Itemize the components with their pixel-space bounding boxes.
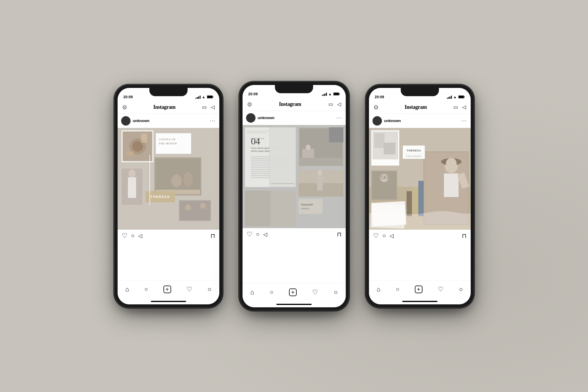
svg-rect-98 xyxy=(407,191,412,216)
phone-1-screen: 20:09 ▲ xyxy=(118,88,219,304)
scroll-area-3 xyxy=(369,242,471,260)
camera-icon-1[interactable]: ⊙ xyxy=(122,104,127,111)
svg-rect-71 xyxy=(464,96,465,98)
comment-icon-1[interactable]: ○ xyxy=(131,232,135,239)
share-icon-1[interactable]: ◁ xyxy=(138,233,142,239)
add-nav-icon-1[interactable]: + xyxy=(163,286,171,293)
svg-rect-28 xyxy=(149,155,150,205)
heart-nav-icon-3[interactable]: ♡ xyxy=(438,286,444,293)
username-2: unknown xyxy=(258,116,275,120)
svg-rect-34 xyxy=(247,131,269,131)
home-nav-icon-1[interactable]: ⌂ xyxy=(125,286,129,293)
post-image-2: 04 CHAPTER Fusce blandit egestas dolor, … xyxy=(243,125,346,228)
send-icon-2[interactable]: ◁ xyxy=(337,101,341,107)
post-menu-2[interactable]: ··· xyxy=(336,115,342,121)
share-icon-2[interactable]: ◁ xyxy=(263,231,267,238)
camera-icon-3[interactable]: ⊙ xyxy=(374,104,378,111)
post-actions-left-3: ♡ ○ ◁ xyxy=(373,232,394,240)
wifi-icon-3: ▲ xyxy=(453,95,457,99)
svg-rect-1 xyxy=(207,96,212,98)
comment-icon-3[interactable]: ○ xyxy=(382,232,386,239)
svg-rect-70 xyxy=(459,96,464,98)
svg-rect-102 xyxy=(370,204,405,228)
ig-header-icons-2: ▭ ◁ xyxy=(328,101,341,107)
notch-2 xyxy=(275,85,313,93)
like-icon-3[interactable]: ♡ xyxy=(373,232,379,240)
tv-icon-1[interactable]: ▭ xyxy=(202,104,207,110)
notch-1 xyxy=(149,88,188,96)
post-header-3: unknown ··· xyxy=(369,114,471,128)
like-icon-1[interactable]: ♡ xyxy=(122,232,128,240)
avatar-1 xyxy=(121,116,131,126)
ig-logo-2: Instagram xyxy=(279,101,301,107)
tv-icon-2[interactable]: ▭ xyxy=(328,101,333,107)
svg-rect-9 xyxy=(141,134,147,143)
profile-nav-icon-2[interactable]: ○ xyxy=(334,288,338,296)
heart-nav-icon-2[interactable]: ♡ xyxy=(312,288,318,296)
heart-nav-icon-1[interactable]: ♡ xyxy=(186,286,192,293)
svg-rect-96 xyxy=(418,181,424,216)
svg-text:STATIONERY: STATIONERY xyxy=(406,155,422,157)
home-nav-icon-2[interactable]: ⌂ xyxy=(250,288,254,296)
search-nav-icon-2[interactable]: ○ xyxy=(270,289,273,296)
svg-text:THERESA: THERESA xyxy=(406,149,421,152)
post-actions-left-1: ♡ ○ ◁ xyxy=(122,232,142,240)
bookmark-icon-2[interactable]: ⊓ xyxy=(337,231,342,238)
home-indicator-1 xyxy=(151,301,186,302)
like-icon-2[interactable]: ♡ xyxy=(247,231,253,238)
tv-icon-3[interactable]: ▭ xyxy=(453,104,458,110)
svg-point-56 xyxy=(306,144,310,150)
signal-icon-3 xyxy=(447,95,452,99)
phone-3-screen: 20:09 ▲ ⊙ xyxy=(369,88,471,304)
moodboard-1: COUPLE OF THE MONTH xyxy=(118,128,219,230)
svg-point-7 xyxy=(132,141,143,152)
username-1: unknown xyxy=(133,119,150,123)
phone-2: 20:09 ▲ ⊙ xyxy=(239,81,349,311)
camera-icon-2[interactable]: ⊙ xyxy=(247,101,252,108)
post-actions-3: ♡ ○ ◁ ⊓ xyxy=(369,230,471,242)
ig-header-icons-1: ▭ ◁ xyxy=(202,104,215,110)
bottom-nav-3: ⌂ ○ + ♡ ○ xyxy=(369,280,471,304)
phones-container: 20:09 ▲ xyxy=(114,81,474,311)
svg-rect-58 xyxy=(329,127,343,142)
svg-point-22 xyxy=(128,169,136,178)
svg-rect-57 xyxy=(299,158,342,165)
post-menu-3[interactable]: ··· xyxy=(461,118,467,124)
search-nav-icon-3[interactable]: ○ xyxy=(396,286,399,293)
status-icons-3: ▲ xyxy=(447,95,465,99)
post-menu-1[interactable]: ··· xyxy=(210,118,216,124)
notch-3 xyxy=(401,88,439,96)
svg-text:CHAPTER: CHAPTER xyxy=(251,137,265,140)
add-nav-icon-3[interactable]: + xyxy=(415,286,422,293)
share-icon-3[interactable]: ◁ xyxy=(390,233,394,239)
svg-text:Pantone®: Pantone® xyxy=(301,203,313,206)
svg-point-26 xyxy=(185,204,191,210)
home-nav-icon-3[interactable]: ⌂ xyxy=(377,286,380,293)
home-indicator-3 xyxy=(402,301,437,302)
moodboard-3: THERESA STATIONERY xyxy=(369,128,471,230)
search-nav-icon-1[interactable]: ○ xyxy=(144,286,148,293)
add-nav-icon-2[interactable]: + xyxy=(289,288,297,296)
bookmark-icon-3[interactable]: ⊓ xyxy=(462,232,467,239)
ig-header-icons-3: ▭ ◁ xyxy=(453,104,466,110)
send-icon-1[interactable]: ◁ xyxy=(211,104,215,110)
post-image-3: THERESA STATIONERY xyxy=(369,128,471,230)
profile-nav-icon-3[interactable]: ○ xyxy=(459,286,463,293)
post-actions-left-2: ♡ ○ ◁ xyxy=(247,231,267,238)
svg-rect-67 xyxy=(245,191,270,226)
wifi-icon-1: ▲ xyxy=(202,95,206,99)
svg-text:COUPLE OF: COUPLE OF xyxy=(159,138,176,141)
svg-rect-61 xyxy=(317,174,322,191)
send-icon-3[interactable]: ◁ xyxy=(462,104,466,110)
svg-rect-8 xyxy=(126,151,134,156)
svg-rect-63 xyxy=(298,199,322,214)
avatar-3 xyxy=(372,116,382,126)
comment-icon-2[interactable]: ○ xyxy=(256,231,260,238)
profile-nav-icon-1[interactable]: ○ xyxy=(208,286,211,293)
svg-rect-35 xyxy=(247,133,266,133)
battery-icon-1 xyxy=(207,95,213,99)
bookmark-icon-1[interactable]: ⊓ xyxy=(211,232,215,239)
post-header-2: unknown ··· xyxy=(243,111,346,125)
username-3: unknown xyxy=(384,119,401,123)
svg-rect-25 xyxy=(180,201,210,220)
